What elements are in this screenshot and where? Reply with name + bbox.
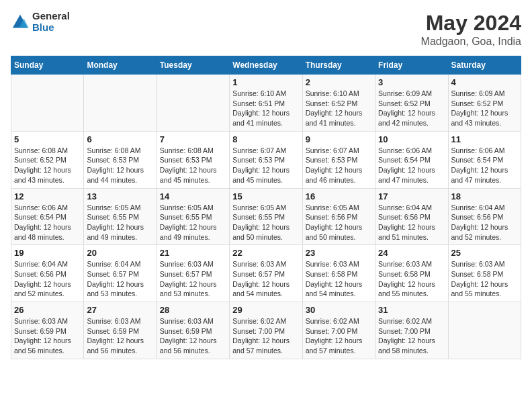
day-info: Sunrise: 6:08 AM Sunset: 6:52 PM Dayligh… [14,146,81,185]
day-number: 25 [451,248,518,258]
calendar-cell: 20Sunrise: 6:04 AM Sunset: 6:57 PM Dayli… [84,245,157,302]
day-number: 26 [14,305,81,315]
weekday-header: Thursday [302,56,375,75]
calendar-cell: 14Sunrise: 6:05 AM Sunset: 6:55 PM Dayli… [157,188,229,245]
day-info: Sunrise: 6:04 AM Sunset: 6:57 PM Dayligh… [87,259,153,299]
calendar-week-row: 1Sunrise: 6:10 AM Sunset: 6:51 PM Daylig… [11,75,521,132]
day-info: Sunrise: 6:10 AM Sunset: 6:52 PM Dayligh… [306,89,372,128]
day-info: Sunrise: 6:05 AM Sunset: 6:55 PM Dayligh… [87,203,153,242]
logo-text: General Blue [32,11,70,33]
day-number: 18 [451,191,518,201]
day-info: Sunrise: 6:03 AM Sunset: 6:58 PM Dayligh… [378,259,445,299]
calendar-cell: 13Sunrise: 6:05 AM Sunset: 6:55 PM Dayli… [84,188,157,245]
day-info: Sunrise: 6:04 AM Sunset: 6:56 PM Dayligh… [451,203,518,242]
day-info: Sunrise: 6:09 AM Sunset: 6:52 PM Dayligh… [451,89,518,128]
calendar-cell: 5Sunrise: 6:08 AM Sunset: 6:52 PM Daylig… [11,131,84,188]
day-number: 27 [87,305,153,315]
day-info: Sunrise: 6:07 AM Sunset: 6:53 PM Dayligh… [232,146,299,185]
calendar-cell: 27Sunrise: 6:03 AM Sunset: 6:59 PM Dayli… [84,302,157,359]
day-number: 6 [87,134,153,144]
calendar-cell: 24Sunrise: 6:03 AM Sunset: 6:58 PM Dayli… [375,245,448,302]
weekday-header: Tuesday [157,56,229,75]
day-info: Sunrise: 6:02 AM Sunset: 7:00 PM Dayligh… [306,316,372,356]
calendar-table: SundayMondayTuesdayWednesdayThursdayFrid… [11,56,521,359]
day-info: Sunrise: 6:07 AM Sunset: 6:53 PM Dayligh… [306,146,372,185]
calendar-week-row: 12Sunrise: 6:06 AM Sunset: 6:54 PM Dayli… [11,188,521,245]
day-number: 4 [451,77,518,87]
calendar-week-row: 19Sunrise: 6:04 AM Sunset: 6:56 PM Dayli… [11,245,521,302]
logo-icon [11,13,30,32]
day-info: Sunrise: 6:02 AM Sunset: 7:00 PM Dayligh… [378,316,445,356]
calendar-cell: 29Sunrise: 6:02 AM Sunset: 7:00 PM Dayli… [230,302,302,359]
weekday-header: Saturday [448,56,521,75]
day-info: Sunrise: 6:04 AM Sunset: 6:56 PM Dayligh… [378,203,445,242]
calendar-cell: 31Sunrise: 6:02 AM Sunset: 7:00 PM Dayli… [375,302,448,359]
calendar-cell: 15Sunrise: 6:05 AM Sunset: 6:55 PM Dayli… [230,188,302,245]
calendar-cell: 11Sunrise: 6:06 AM Sunset: 6:54 PM Dayli… [448,131,521,188]
calendar-cell [84,75,157,132]
day-number: 19 [14,248,81,258]
day-info: Sunrise: 6:02 AM Sunset: 7:00 PM Dayligh… [232,316,299,356]
calendar-cell: 8Sunrise: 6:07 AM Sunset: 6:53 PM Daylig… [230,131,302,188]
calendar-cell: 25Sunrise: 6:03 AM Sunset: 6:58 PM Dayli… [448,245,521,302]
day-number: 23 [306,248,372,258]
calendar-cell: 26Sunrise: 6:03 AM Sunset: 6:59 PM Dayli… [11,302,84,359]
day-number: 16 [306,191,372,201]
day-info: Sunrise: 6:03 AM Sunset: 6:58 PM Dayligh… [306,259,372,299]
calendar-cell [157,75,229,132]
day-info: Sunrise: 6:08 AM Sunset: 6:53 PM Dayligh… [87,146,153,185]
calendar-cell: 18Sunrise: 6:04 AM Sunset: 6:56 PM Dayli… [448,188,521,245]
calendar-cell: 28Sunrise: 6:03 AM Sunset: 6:59 PM Dayli… [157,302,229,359]
day-info: Sunrise: 6:03 AM Sunset: 6:57 PM Dayligh… [160,259,226,299]
day-number: 5 [14,134,81,144]
day-number: 14 [160,191,226,201]
calendar-cell: 23Sunrise: 6:03 AM Sunset: 6:58 PM Dayli… [302,245,375,302]
weekday-header: Wednesday [230,56,302,75]
calendar-cell: 3Sunrise: 6:09 AM Sunset: 6:52 PM Daylig… [375,75,448,132]
day-number: 13 [87,191,153,201]
day-info: Sunrise: 6:09 AM Sunset: 6:52 PM Dayligh… [378,89,445,128]
day-info: Sunrise: 6:03 AM Sunset: 6:58 PM Dayligh… [451,259,518,299]
day-info: Sunrise: 6:08 AM Sunset: 6:53 PM Dayligh… [160,146,226,185]
day-number: 2 [306,77,372,87]
day-number: 31 [378,305,445,315]
day-number: 30 [306,305,372,315]
page-header: General Blue May 2024 Madgaon, Goa, Indi… [11,11,521,48]
page-title: May 2024 [421,11,521,36]
logo-blue: Blue [32,22,70,34]
day-number: 9 [306,134,372,144]
day-number: 1 [232,77,299,87]
day-info: Sunrise: 6:06 AM Sunset: 6:54 PM Dayligh… [14,203,81,242]
calendar-cell: 22Sunrise: 6:03 AM Sunset: 6:57 PM Dayli… [230,245,302,302]
calendar-cell: 4Sunrise: 6:09 AM Sunset: 6:52 PM Daylig… [448,75,521,132]
day-info: Sunrise: 6:03 AM Sunset: 6:59 PM Dayligh… [87,316,153,356]
calendar-cell: 2Sunrise: 6:10 AM Sunset: 6:52 PM Daylig… [302,75,375,132]
day-number: 28 [160,305,226,315]
day-number: 8 [232,134,299,144]
calendar-week-row: 5Sunrise: 6:08 AM Sunset: 6:52 PM Daylig… [11,131,521,188]
title-block: May 2024 Madgaon, Goa, India [421,11,521,48]
calendar-cell: 21Sunrise: 6:03 AM Sunset: 6:57 PM Dayli… [157,245,229,302]
day-number: 20 [87,248,153,258]
day-info: Sunrise: 6:05 AM Sunset: 6:55 PM Dayligh… [160,203,226,242]
day-number: 24 [378,248,445,258]
calendar-cell [11,75,84,132]
weekday-header: Sunday [11,56,84,75]
day-number: 12 [14,191,81,201]
day-info: Sunrise: 6:06 AM Sunset: 6:54 PM Dayligh… [378,146,445,185]
calendar-cell: 9Sunrise: 6:07 AM Sunset: 6:53 PM Daylig… [302,131,375,188]
day-info: Sunrise: 6:03 AM Sunset: 6:59 PM Dayligh… [160,316,226,356]
calendar-week-row: 26Sunrise: 6:03 AM Sunset: 6:59 PM Dayli… [11,302,521,359]
day-info: Sunrise: 6:10 AM Sunset: 6:51 PM Dayligh… [232,89,299,128]
page-subtitle: Madgaon, Goa, India [421,36,521,48]
day-info: Sunrise: 6:04 AM Sunset: 6:56 PM Dayligh… [14,259,81,299]
day-number: 11 [451,134,518,144]
day-info: Sunrise: 6:06 AM Sunset: 6:54 PM Dayligh… [451,146,518,185]
logo-general: General [32,11,70,22]
calendar-cell: 6Sunrise: 6:08 AM Sunset: 6:53 PM Daylig… [84,131,157,188]
day-info: Sunrise: 6:03 AM Sunset: 6:59 PM Dayligh… [14,316,81,356]
logo: General Blue [11,11,70,33]
header-row: SundayMondayTuesdayWednesdayThursdayFrid… [11,56,521,75]
day-info: Sunrise: 6:03 AM Sunset: 6:57 PM Dayligh… [232,259,299,299]
calendar-cell: 10Sunrise: 6:06 AM Sunset: 6:54 PM Dayli… [375,131,448,188]
